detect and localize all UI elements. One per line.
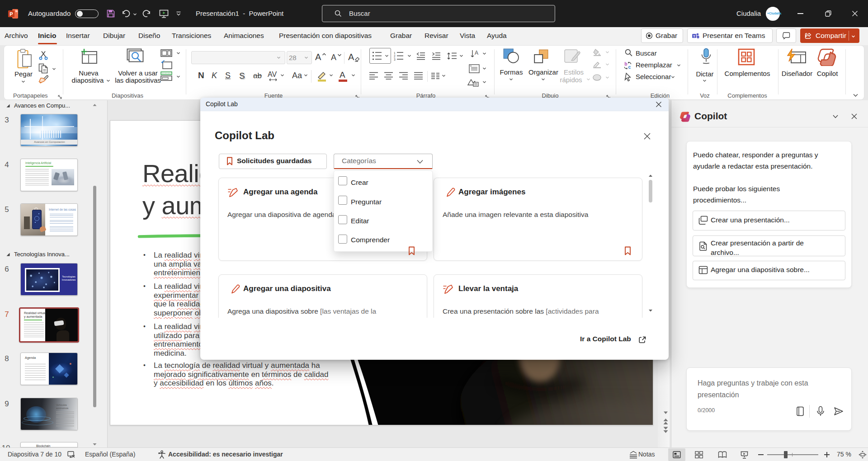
svg-text:P: P xyxy=(9,11,13,17)
svg-text:A: A xyxy=(475,50,478,56)
svg-text:c: c xyxy=(628,65,631,70)
svg-text:2: 2 xyxy=(394,55,396,58)
svg-text:3: 3 xyxy=(394,58,396,61)
svg-text:1: 1 xyxy=(394,52,396,55)
svg-text:b: b xyxy=(624,61,627,66)
svg-text:T: T xyxy=(693,34,695,38)
